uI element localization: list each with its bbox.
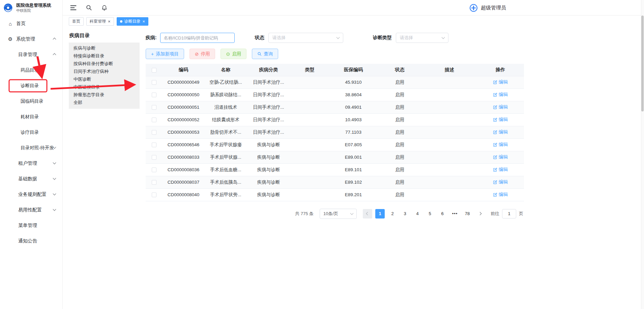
- page-button-6[interactable]: 6: [438, 209, 447, 218]
- row-checkbox[interactable]: [152, 118, 156, 122]
- tab-diagnosis-catalog[interactable]: 诊断目录 ×: [117, 17, 149, 26]
- row-checkbox[interactable]: [152, 192, 156, 197]
- row-checkbox[interactable]: [152, 180, 156, 185]
- search-icon[interactable]: [86, 4, 92, 11]
- sidebar-item-home[interactable]: ⌂ 首页: [0, 16, 62, 31]
- enable-button[interactable]: ⊙ 启用: [221, 49, 246, 59]
- sidebar-item-tenant-mgmt[interactable]: 租户管理: [0, 156, 62, 171]
- catalog-item[interactable]: 按病种目录付费诊断: [69, 60, 140, 68]
- close-icon[interactable]: ×: [108, 19, 111, 24]
- table-row: CD0000008040 手术后甲状旁... 疾病与诊断 E89.201 启用 …: [146, 188, 524, 201]
- cell-status: 启用: [377, 101, 422, 113]
- edit-button[interactable]: 编辑: [493, 179, 508, 185]
- page-button-2[interactable]: 2: [388, 209, 397, 218]
- disable-button[interactable]: ⊘ 停用: [189, 49, 215, 59]
- prev-page-button[interactable]: [363, 209, 372, 218]
- cell-status: 启用: [377, 138, 422, 151]
- tab-department-mgmt[interactable]: 科室管理 ×: [86, 17, 114, 26]
- query-button[interactable]: 查询: [252, 49, 278, 59]
- notification-bell-icon[interactable]: [101, 4, 108, 11]
- edit-button[interactable]: 编辑: [493, 79, 508, 85]
- sidebar-item-basic-data[interactable]: 基础数据: [0, 171, 62, 187]
- cell-status: 启用: [377, 88, 422, 101]
- sidebar-item-treatment-catalog[interactable]: 诊疗目录: [0, 125, 62, 140]
- row-checkbox[interactable]: [152, 93, 156, 97]
- catalog-item[interactable]: 特慢病诊断目录: [69, 52, 140, 60]
- more-pages-icon[interactable]: •••: [450, 209, 460, 218]
- scrollbar-thumb[interactable]: [641, 16, 644, 111]
- edit-button[interactable]: 编辑: [493, 154, 508, 160]
- edit-button[interactable]: 编辑: [493, 117, 508, 123]
- cell-insurance-code: E89.201: [329, 188, 377, 201]
- status-select[interactable]: 请选择: [268, 33, 343, 43]
- close-icon[interactable]: ×: [143, 19, 145, 24]
- sidebar-item-usability-config[interactable]: 易用性配置: [0, 202, 62, 218]
- sidebar-item-diagnosis-catalog[interactable]: 诊断目录: [0, 78, 62, 94]
- cell-code: CD0000000053: [163, 126, 204, 138]
- edit-button[interactable]: 编辑: [493, 129, 508, 135]
- edit-button[interactable]: 编辑: [493, 104, 508, 110]
- edit-button[interactable]: 编辑: [493, 141, 508, 148]
- cell-status: 启用: [377, 126, 422, 138]
- goto-page-input[interactable]: [502, 209, 516, 218]
- cell-code: CD0000000050: [163, 88, 204, 101]
- sidebar-menu: ⌂ 首页 ⚙ 系统管理 目录管理 药品目录 诊断目录 国临码目录 耗: [0, 16, 62, 249]
- catalog-item[interactable]: 肿瘤形态学目录: [69, 91, 140, 99]
- sidebar-item-catalog-mapping[interactable]: 目录对照-待开发: [0, 140, 62, 156]
- table-row: CD0000006546 手术后甲状腺瘘 疾病与诊断 E07.805 启用 编辑: [146, 138, 524, 151]
- sidebar-item-menu-mgmt[interactable]: 菜单管理: [0, 218, 62, 233]
- diagnosis-type-select[interactable]: 请选择: [396, 33, 448, 43]
- edit-button[interactable]: 编辑: [493, 191, 508, 198]
- cell-description: [422, 88, 477, 101]
- row-checkbox[interactable]: [152, 105, 156, 110]
- cell-description: [422, 163, 477, 176]
- page-button-78[interactable]: 78: [463, 209, 472, 218]
- tab-home[interactable]: 首页: [69, 17, 84, 26]
- page-button-1[interactable]: 1: [375, 209, 385, 218]
- page-button-3[interactable]: 3: [400, 209, 410, 218]
- cell-insurance-code: E07.805: [329, 138, 377, 151]
- table-row: CD0000000052 结膜囊成形术 日间手术治疗... 10.4903 启用…: [146, 113, 524, 126]
- edit-icon: [493, 118, 497, 122]
- cell-code: CD0000000049: [163, 76, 204, 88]
- edit-button[interactable]: 编辑: [493, 166, 508, 173]
- catalog-item[interactable]: 中医诊断: [69, 75, 140, 83]
- next-page-button[interactable]: [475, 209, 485, 218]
- page-size-select[interactable]: 10条/页: [320, 209, 357, 219]
- cell-code: CD0000000052: [163, 113, 204, 126]
- page-button-5[interactable]: 5: [425, 209, 435, 218]
- catalog-item[interactable]: 日间手术治疗病种: [69, 68, 140, 75]
- hamburger-menu-icon[interactable]: [70, 5, 77, 10]
- sidebar-item-label: 药品目录: [21, 67, 39, 73]
- select-all-checkbox[interactable]: [152, 68, 156, 73]
- edit-button[interactable]: 编辑: [493, 92, 508, 98]
- sidebar-item-notice[interactable]: 通知公告: [0, 233, 62, 249]
- catalog-item[interactable]: 中医证候目录: [69, 83, 140, 91]
- sidebar-item-consumables-catalog[interactable]: 耗材目录: [0, 109, 62, 125]
- row-checkbox[interactable]: [152, 143, 156, 147]
- sidebar-item-system-mgmt[interactable]: ⚙ 系统管理: [0, 31, 62, 47]
- disease-search-input[interactable]: [160, 33, 235, 43]
- cell-status: 启用: [377, 76, 422, 88]
- row-checkbox[interactable]: [152, 155, 156, 160]
- row-checkbox[interactable]: [152, 80, 156, 85]
- cell-type: [290, 101, 329, 113]
- row-checkbox[interactable]: [152, 168, 156, 172]
- scrollbar-track[interactable]: [641, 0, 644, 309]
- cell-category: 疾病与诊断: [247, 138, 290, 151]
- row-checkbox[interactable]: [152, 130, 156, 135]
- cell-description: [422, 176, 477, 188]
- catalog-item[interactable]: 全部: [69, 99, 140, 106]
- sidebar-item-catalog-mgmt[interactable]: 目录管理: [0, 47, 62, 62]
- page-button-4[interactable]: 4: [413, 209, 422, 218]
- page-unit-label: 页: [519, 211, 523, 217]
- catalog-item[interactable]: 疾病与诊断: [69, 44, 140, 52]
- disease-filter-label: 疾病:: [146, 35, 157, 41]
- user-menu[interactable]: 超级管理员: [469, 0, 506, 16]
- cell-description: [422, 126, 477, 138]
- add-item-button[interactable]: + 添加新项目: [146, 49, 184, 59]
- cell-status: 启用: [377, 113, 422, 126]
- sidebar-item-business-rules[interactable]: 业务规则配置: [0, 187, 62, 202]
- sidebar-item-natl-clinical-code-catalog[interactable]: 国临码目录: [0, 94, 62, 109]
- sidebar-item-drug-catalog[interactable]: 药品目录: [0, 62, 62, 78]
